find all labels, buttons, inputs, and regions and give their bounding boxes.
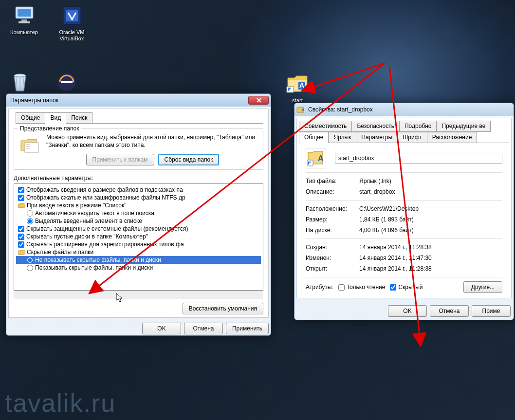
tab-search[interactable]: Поиск — [66, 112, 92, 124]
svg-rect-8 — [61, 81, 73, 83]
radio[interactable] — [27, 218, 33, 224]
tab-font[interactable]: Шрифт — [397, 132, 427, 143]
tree-item[interactable]: Отображать сведения о размере файлов в п… — [16, 186, 261, 194]
tab-details[interactable]: Подробно — [399, 121, 437, 132]
plabel: Расположение: — [306, 205, 359, 212]
checkbox[interactable] — [18, 195, 24, 201]
desktop-icon-start-folder[interactable]: A start — [282, 72, 313, 104]
checkbox[interactable] — [18, 226, 24, 232]
checkbox[interactable] — [18, 187, 24, 193]
close-button[interactable] — [248, 96, 269, 105]
radio[interactable] — [27, 257, 33, 263]
tab-general[interactable]: Общие — [16, 112, 45, 124]
svg-line-19 — [312, 63, 385, 88]
restore-defaults-button[interactable]: Восстановить умолчания — [183, 303, 263, 314]
separator — [306, 172, 502, 173]
tree-item[interactable]: При вводе текста в режиме "Список" — [16, 201, 261, 209]
readonly-checkbox-label[interactable]: Только чтение — [338, 284, 386, 291]
radio[interactable] — [27, 265, 33, 271]
folder-options-window: Параметры папок Общие Вид Поиск Представ… — [6, 93, 271, 336]
plabel: Изменен: — [306, 255, 359, 261]
tab-view[interactable]: Вид — [45, 112, 66, 124]
folder-rep-text: Можно применить вид, выбранный для этой … — [46, 134, 259, 149]
radio[interactable] — [27, 210, 33, 217]
tree-item[interactable]: Скрывать пустые диски в папке "Компьютер… — [16, 233, 261, 240]
hidden-checkbox[interactable] — [390, 284, 396, 291]
pval: Ярлык (.lnk) — [359, 178, 502, 184]
svg-text:A: A — [301, 108, 304, 112]
pval: 14 января 2014 г., 11:28:38 — [359, 244, 502, 251]
apply-button[interactable]: Применить — [226, 323, 269, 334]
computer-icon — [13, 4, 36, 27]
plabel: Описание: — [306, 188, 359, 195]
tree-item-selected[interactable]: Не показывать скрытые файлы, папки и дис… — [16, 256, 261, 264]
checkbox[interactable] — [18, 234, 24, 240]
desktop: Компьютер Oracle VM VirtualBox A start t… — [0, 0, 515, 420]
properties-icon: A — [296, 106, 304, 113]
plabel: Создан: — [306, 244, 359, 251]
other-attributes-button[interactable]: Другие... — [463, 281, 502, 293]
svg-rect-13 — [26, 146, 30, 147]
tree-item[interactable]: Показывать скрытые файлы, папки и диски — [16, 264, 261, 272]
plabel: Размер: — [306, 216, 359, 223]
separator — [306, 200, 502, 201]
folder-representation-group: Представление папок Можно применить вид,… — [14, 128, 263, 170]
apply-to-folders-button[interactable]: Применить к папкам — [86, 154, 154, 165]
desktop-icon-recyclebin[interactable] — [8, 71, 32, 96]
close-icon — [249, 96, 269, 104]
checkbox[interactable] — [18, 241, 24, 248]
cancel-button[interactable]: Отмена — [430, 305, 469, 317]
tab-shortcut[interactable]: Ярлык — [328, 132, 356, 143]
cancel-button[interactable]: Отмена — [184, 323, 223, 334]
window-title: Параметры папок — [8, 97, 248, 104]
pval: 1,84 КБ (1 893 байт) — [359, 216, 502, 223]
reset-folders-button[interactable]: Сброс вида папок — [158, 154, 220, 165]
name-input[interactable] — [335, 153, 502, 164]
tab-params[interactable]: Параметры — [356, 132, 398, 143]
hidden-checkbox-label[interactable]: Скрытый — [390, 284, 423, 291]
cursor-icon — [116, 293, 124, 303]
titlebar[interactable]: A Свойства: start_dropbox — [294, 103, 514, 116]
folder-pair-icon — [18, 134, 41, 157]
ok-button[interactable]: OK — [142, 323, 181, 334]
advanced-params-label: Дополнительные параметры: — [14, 175, 263, 182]
horizontal-scrollbar[interactable] — [14, 291, 263, 299]
tab-security[interactable]: Безопасность — [351, 121, 400, 132]
tab-compat[interactable]: Совместимость — [299, 121, 352, 132]
tree-item[interactable]: Автоматически вводить текст в поле поиск… — [16, 209, 261, 217]
tree-item[interactable]: Отображать сжатые или зашифрованные файл… — [16, 194, 261, 201]
props-tabs: Совместимость Безопасность Подробно Пред… — [299, 120, 509, 143]
tree-item[interactable]: Скрытые файлы и папки — [16, 248, 261, 256]
separator — [306, 238, 502, 239]
svg-rect-14 — [26, 148, 30, 149]
desktop-icon-computer[interactable]: Компьютер — [6, 4, 42, 36]
tab-general[interactable]: Общие — [299, 132, 329, 143]
tab-previous[interactable]: Предыдущие ве — [436, 121, 491, 132]
virtualbox-icon — [60, 4, 84, 27]
titlebar[interactable]: Параметры папок — [6, 94, 271, 107]
plabel: Тип файла: — [306, 178, 359, 184]
advanced-params-tree[interactable]: Отображать сведения о размере файлов в п… — [14, 183, 263, 291]
svg-rect-3 — [18, 21, 30, 23]
recyclebin-icon — [8, 71, 32, 94]
svg-text:A: A — [318, 154, 324, 163]
pval: 4,00 КБ (4 096 байт) — [359, 227, 502, 234]
tab-layout[interactable]: Расположение — [427, 132, 478, 143]
apply-button[interactable]: Приме — [472, 305, 511, 317]
window-title: Свойства: start_dropbox — [306, 106, 512, 113]
tree-item[interactable]: Выделять введенный элемент в списке — [16, 217, 261, 225]
folder-shortcut-icon: A — [286, 72, 309, 95]
svg-rect-2 — [21, 19, 27, 21]
svg-rect-17 — [307, 160, 313, 166]
watermark: tavalik.ru — [5, 388, 116, 418]
separator — [306, 277, 502, 277]
readonly-checkbox[interactable] — [338, 284, 345, 291]
ok-button[interactable]: OK — [388, 305, 427, 317]
file-icon: A — [306, 148, 326, 168]
tree-item[interactable]: Скрывать расширения для зарегистрированн… — [16, 240, 261, 248]
folder-icon — [18, 249, 25, 256]
desktop-icon-eclipse[interactable] — [55, 71, 79, 96]
desktop-icon-virtualbox[interactable]: Oracle VM VirtualBox — [54, 4, 90, 42]
properties-window: A Свойства: start_dropbox Совместимость … — [294, 103, 514, 320]
tree-item[interactable]: Скрывать защищенные системные файлы (рек… — [16, 225, 261, 233]
